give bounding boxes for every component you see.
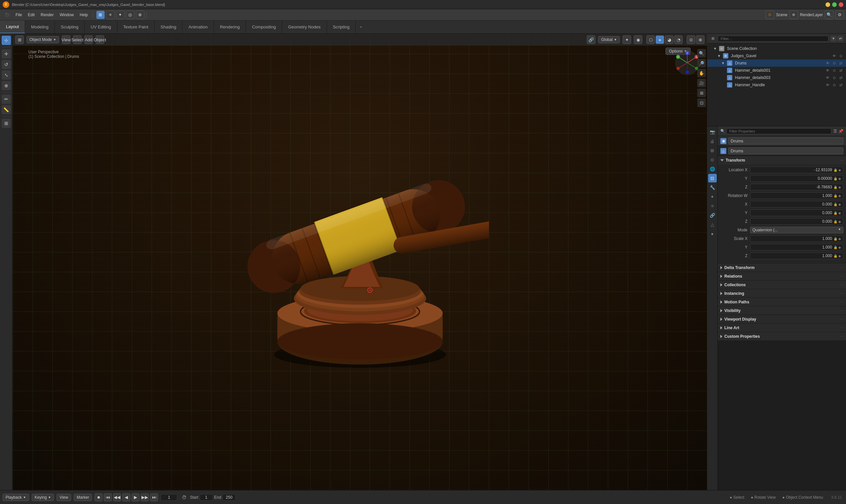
scale-y-field[interactable]: 1.000 🔒 ◆: [750, 244, 843, 251]
outliner-search[interactable]: [718, 36, 828, 42]
tool-move[interactable]: ✛: [2, 49, 11, 58]
hammer-handle-restrict1[interactable]: 👁: [825, 82, 830, 88]
hammer-handle-restrict3[interactable]: ⇄: [838, 82, 843, 88]
play-fwd-btn[interactable]: ▶: [131, 493, 140, 501]
menu-window[interactable]: Window: [57, 11, 76, 18]
viewport-shading-mat[interactable]: ◕: [665, 35, 673, 44]
rot-z-keyframe[interactable]: ◆: [839, 220, 841, 223]
drums-restrict1[interactable]: 👁: [825, 60, 830, 66]
menu-file[interactable]: File: [13, 11, 24, 18]
transform-section-header[interactable]: Transform ···: [718, 156, 846, 165]
viewport-canvas[interactable]: Z X Y: [13, 34, 707, 490]
prop-icon-view-layer[interactable]: ⊞: [708, 146, 717, 155]
viewport-snap-icon[interactable]: ✦: [623, 35, 631, 44]
playback-btn[interactable]: Playback ▼: [3, 494, 29, 501]
settings-btn[interactable]: ⚙: [835, 11, 844, 19]
tool-cursor[interactable]: ⊹: [2, 36, 11, 45]
close-button[interactable]: [839, 2, 843, 7]
hammer003-restrict3[interactable]: ⇄: [838, 75, 843, 80]
viewport-camera[interactable]: 🎥: [697, 79, 706, 87]
hammer003-restrict1[interactable]: 👁: [825, 75, 830, 80]
rot-y-keyframe[interactable]: ◆: [839, 211, 841, 215]
view-btn[interactable]: View: [56, 494, 71, 501]
scene-icon[interactable]: ⊙: [766, 11, 774, 19]
viewport-select-menu[interactable]: Select: [73, 35, 82, 44]
prop-icon-scene[interactable]: ⊙: [708, 155, 717, 164]
viewport-add-menu[interactable]: Add: [84, 35, 93, 44]
rot-x-lock[interactable]: 🔒: [833, 203, 838, 206]
location-z-field[interactable]: -8.78683 🔒 ◆: [750, 184, 843, 191]
snap-btn[interactable]: ✦: [116, 11, 125, 19]
viewport-zoom-out[interactable]: 🔎: [697, 59, 706, 68]
outliner-item-judges-gavel[interactable]: ▼ ⊞ Judges_Gavel 👁 ⊙: [707, 52, 846, 59]
rotation-x-field[interactable]: 0.000 🔒 ◆: [750, 201, 843, 208]
rot-z-lock[interactable]: 🔒: [833, 220, 838, 223]
step-back-btn[interactable]: ◀◀: [113, 493, 121, 501]
tab-uv-editing[interactable]: UV Editing: [85, 20, 117, 33]
loc-z-keyframe[interactable]: ◆: [839, 185, 841, 189]
tool-scale[interactable]: ⤡: [2, 70, 11, 80]
scale-y-lock[interactable]: 🔒: [833, 246, 838, 249]
hammer001-restrict1[interactable]: 👁: [825, 68, 830, 73]
outliner-sync-btn[interactable]: ⇄: [838, 36, 843, 42]
hammer001-restrict2[interactable]: ⊙: [831, 68, 837, 73]
tab-sculpting[interactable]: Sculpting: [55, 20, 85, 33]
visibility-options[interactable]: ···: [841, 309, 843, 312]
prop-icon-world[interactable]: 🌐: [708, 165, 717, 173]
rot-y-lock[interactable]: 🔒: [833, 211, 838, 215]
viewport-zoom-in[interactable]: 🔍: [697, 49, 706, 57]
viewport[interactable]: ⊞ Object Mode ▼ View Select Add Object 🔗…: [13, 34, 707, 490]
rot-w-lock[interactable]: 🔒: [833, 194, 838, 198]
viewport-local-view[interactable]: ⊞: [697, 89, 706, 97]
scale-x-lock[interactable]: 🔒: [833, 237, 838, 240]
viewport-editor-type[interactable]: ⊞: [15, 35, 24, 44]
instancing-section[interactable]: Instancing ···: [718, 289, 846, 298]
viewport-proportional-icon[interactable]: ◉: [634, 35, 642, 44]
editor-type-btn[interactable]: ⊞: [96, 11, 105, 19]
viewport-shading-wire[interactable]: ⬡: [646, 35, 655, 44]
tab-rendering[interactable]: Rendering: [214, 20, 246, 33]
tool-annotate[interactable]: ✏: [2, 94, 11, 104]
viewport-shading-solid[interactable]: ●: [655, 35, 664, 44]
relations-options[interactable]: ···: [841, 274, 843, 278]
transform-section-options[interactable]: ···: [841, 159, 843, 162]
current-frame-field[interactable]: 1: [161, 494, 177, 501]
tool-transform[interactable]: ⊕: [2, 81, 11, 90]
custom-properties-options[interactable]: ···: [841, 335, 843, 338]
delta-transform-section[interactable]: Delta Transform ···: [718, 264, 846, 272]
hammer003-restrict2[interactable]: ⊙: [831, 75, 837, 80]
scale-y-keyframe[interactable]: ◆: [839, 246, 841, 249]
global-local-dropdown[interactable]: Global ▼: [598, 36, 620, 43]
scale-x-keyframe[interactable]: ◆: [839, 237, 841, 240]
visibility-section[interactable]: Visibility ···: [718, 306, 846, 315]
relations-section[interactable]: Relations ···: [718, 272, 846, 281]
line-art-options[interactable]: ···: [841, 326, 843, 329]
menu-render[interactable]: Render: [38, 11, 56, 18]
stop-btn[interactable]: ■: [94, 493, 103, 501]
loc-y-keyframe[interactable]: ◆: [839, 177, 841, 180]
rot-w-keyframe[interactable]: ◆: [839, 194, 841, 198]
keying-btn[interactable]: Keying ▼: [32, 494, 54, 501]
custom-properties-section[interactable]: Custom Properties ···: [718, 332, 846, 341]
prop-icon-render[interactable]: 📷: [708, 128, 717, 136]
instancing-options[interactable]: ···: [841, 291, 843, 295]
tab-texture-paint[interactable]: Texture Paint: [118, 20, 155, 33]
prop-icon-object[interactable]: ⊡: [708, 174, 717, 182]
drums-restrict3[interactable]: ⇄: [838, 60, 843, 66]
viewport-display-options[interactable]: ···: [841, 317, 843, 321]
layout-btn[interactable]: ≡: [106, 11, 115, 19]
prop-pin[interactable]: 📌: [839, 129, 843, 133]
judges-gavel-restrict2[interactable]: ⊙: [838, 53, 843, 58]
search-btn[interactable]: 🔍: [825, 11, 833, 19]
outliner-item-hammer-handle[interactable]: △ Hammer_Handle 👁 ⊙ ⇄: [707, 81, 846, 89]
transform-btn[interactable]: ⊕: [136, 11, 144, 19]
menu-edit[interactable]: Edit: [25, 11, 37, 18]
scale-x-field[interactable]: 1.000 🔒 ◆: [750, 235, 843, 242]
viewport-prop-select-icon[interactable]: 🔗: [587, 35, 595, 44]
start-frame-field[interactable]: 1: [200, 494, 213, 501]
tab-modeling[interactable]: Modeling: [25, 20, 55, 33]
viewport-view-menu[interactable]: View: [62, 35, 70, 44]
outliner-editor-icon[interactable]: ⊞: [710, 36, 716, 42]
prop-icon-output[interactable]: 🖨: [708, 137, 717, 145]
window-controls[interactable]: [826, 2, 843, 7]
